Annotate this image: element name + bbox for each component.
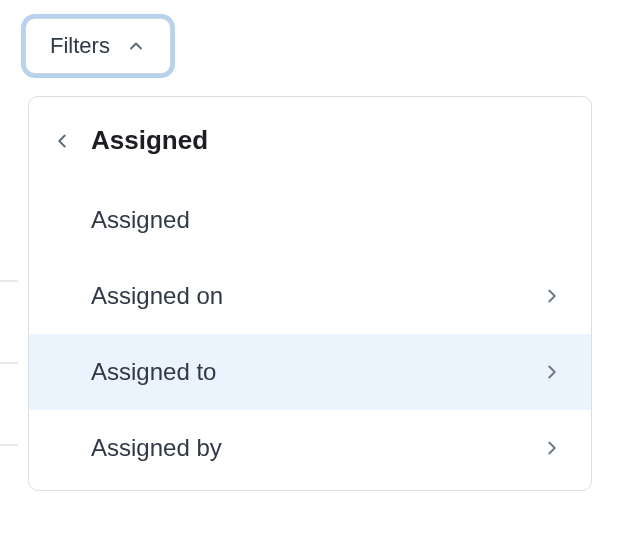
chevron-left-icon[interactable] (51, 130, 77, 152)
chevron-right-icon (541, 285, 563, 307)
menu-item-assigned-by[interactable]: Assigned by (29, 410, 591, 486)
chevron-right-icon (541, 361, 563, 383)
menu-item-label: Assigned by (91, 434, 541, 462)
menu-item-assigned-to[interactable]: Assigned to (29, 334, 591, 410)
menu-item-assigned[interactable]: Assigned (29, 182, 591, 258)
filters-button-label: Filters (50, 33, 110, 59)
menu-item-label: Assigned to (91, 358, 541, 386)
chevron-up-icon (126, 36, 146, 56)
filters-dropdown-panel: Assigned Assigned Assigned on Assigned t… (28, 96, 592, 491)
menu-item-assigned-on[interactable]: Assigned on (29, 258, 591, 334)
chevron-right-icon (541, 437, 563, 459)
panel-title: Assigned (87, 125, 208, 156)
panel-header: Assigned (29, 113, 591, 182)
filters-button[interactable]: Filters (25, 18, 171, 74)
menu-item-label: Assigned on (91, 282, 541, 310)
menu-item-label: Assigned (91, 206, 563, 234)
